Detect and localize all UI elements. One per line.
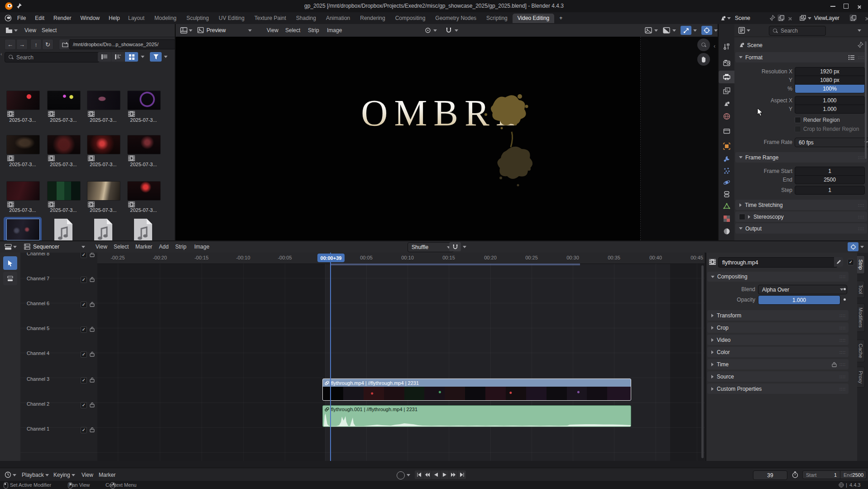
overlap-mode-dropdown[interactable]: Shuffle: [408, 242, 454, 252]
viewlayer-remove-icon[interactable]: [865, 17, 868, 21]
stereoscopy-panel-header[interactable]: Stereoscopy ::::: [735, 211, 867, 222]
transform-grip-icon[interactable]: ::::: [839, 313, 846, 318]
strip-mute-checkbox[interactable]: ✓: [848, 259, 854, 265]
color-panel-header[interactable]: Color::::: [707, 347, 849, 357]
pivot-point-icon[interactable]: [425, 27, 431, 34]
audio-strip[interactable]: flythrough.001 | //flythrough.mp4 | 2231: [322, 405, 631, 427]
keying-menu[interactable]: Keying: [53, 472, 70, 478]
viewlayer-selector[interactable]: ViewLayer: [814, 15, 839, 21]
preview-editor-type-icon[interactable]: [180, 27, 187, 34]
output-grip-icon[interactable]: ::::: [858, 226, 864, 231]
opacity-animate-dot[interactable]: [844, 298, 846, 301]
properties-editor-type-chevron-icon[interactable]: [747, 29, 750, 32]
playhead-line[interactable]: [330, 253, 331, 461]
timeline-ruler[interactable]: -00:25 -00:20 -00:15 -00:10 -00:05 00:05…: [97, 253, 705, 264]
sequencer-snap-toggle[interactable]: [449, 242, 461, 251]
blend-animate-dot[interactable]: [844, 288, 846, 290]
custom-properties-panel-header[interactable]: Custom Properties::::: [707, 384, 849, 394]
physics-properties-tab-icon[interactable]: [723, 179, 730, 186]
frame-step-field[interactable]: 1: [795, 186, 865, 195]
preview-shading-icon[interactable]: [644, 26, 652, 34]
sequencer-menu-image[interactable]: Image: [194, 244, 209, 250]
file-thumbnail[interactable]: [127, 91, 161, 110]
sequencer-menu-view[interactable]: View: [96, 244, 107, 250]
frame-rate-dropdown[interactable]: 60 fps: [795, 138, 868, 147]
display-vertical-list-button[interactable]: [98, 52, 111, 62]
viewlayer-properties-tab-icon[interactable]: [723, 87, 730, 95]
menu-help[interactable]: Help: [105, 15, 124, 21]
breadcrumb[interactable]: Scene: [747, 42, 762, 48]
sequencer-snap-chevron-icon[interactable]: [463, 246, 466, 248]
preview-channels-chevron-icon[interactable]: [672, 29, 676, 32]
audio-file-icon[interactable]: [92, 218, 114, 240]
stereoscopy-checkbox[interactable]: [739, 214, 745, 220]
compositing-panel-header[interactable]: Compositing ::::: [707, 272, 849, 282]
preview-editor-type-chevron-icon[interactable]: [189, 29, 192, 32]
audio-file-icon[interactable]: [132, 218, 154, 240]
menu-edit[interactable]: Edit: [31, 15, 48, 21]
scene-selector[interactable]: Scene: [735, 15, 750, 21]
sidebar-tab-modifiers[interactable]: Modifiers: [857, 303, 865, 332]
tab-compositing[interactable]: Compositing: [390, 14, 431, 23]
sequencer-menu-select[interactable]: Select: [114, 244, 129, 250]
properties-scrollbar[interactable]: [865, 41, 867, 159]
sequencer-overlays-chevron-icon[interactable]: [860, 246, 864, 248]
channel-1-visibility-checkbox[interactable]: ✓: [81, 427, 87, 433]
video-strip[interactable]: flythrough.mp4 | //flythrough.mp4 | 2231: [322, 379, 631, 401]
menu-file[interactable]: File: [14, 15, 29, 21]
preview-mode-chevron-icon[interactable]: [248, 29, 252, 32]
custom-properties-grip-icon[interactable]: ::::: [839, 387, 846, 391]
material-properties-tab-icon[interactable]: [723, 228, 730, 235]
auto-key-chevron-icon[interactable]: [407, 474, 410, 476]
channel-7-lock-icon[interactable]: [90, 277, 95, 282]
file-name[interactable]: 2025-07-3...: [82, 117, 124, 123]
crop-panel-header[interactable]: Crop::::: [707, 322, 849, 333]
timeline-editor-type-icon[interactable]: [5, 471, 11, 478]
tool-properties-tab-icon[interactable]: [723, 43, 730, 50]
file-search-field[interactable]: Search: [5, 52, 100, 62]
snap-magnet-icon[interactable]: [446, 27, 452, 34]
tab-animation[interactable]: Animation: [321, 14, 355, 23]
tab-uv-editing[interactable]: UV Editing: [214, 14, 249, 23]
time-panel-header[interactable]: Time ::::: [707, 359, 849, 369]
scene-selector-chevron-icon[interactable]: [727, 17, 731, 19]
texture-properties-tab-icon[interactable]: [723, 215, 730, 222]
timeline-editor-type-chevron-icon[interactable]: [13, 474, 16, 476]
sidebar-tab-proxy[interactable]: Proxy: [857, 367, 865, 388]
file-thumbnail-flythrough[interactable]: [6, 219, 40, 240]
scene-pin-icon[interactable]: [770, 15, 775, 21]
close-button[interactable]: [857, 4, 861, 10]
preview-shading-chevron-icon[interactable]: [654, 29, 658, 32]
sequencer-editor-type-chevron-icon[interactable]: [13, 246, 17, 248]
preview-menu-image[interactable]: Image: [327, 27, 342, 34]
file-thumbnail[interactable]: [6, 91, 40, 110]
zoom-overlay-button[interactable]: [697, 38, 710, 51]
region-collapse-icon[interactable]: ‹: [0, 51, 2, 57]
nav-back-button[interactable]: ←: [5, 39, 16, 50]
time-grip-icon[interactable]: ::::: [839, 362, 846, 367]
stereoscopy-grip-icon[interactable]: ::::: [858, 215, 864, 219]
prev-keyframe-button[interactable]: [423, 470, 432, 479]
filter-chevron-icon[interactable]: [164, 56, 168, 58]
jump-to-end-button[interactable]: [458, 470, 466, 479]
playhead-badge[interactable]: 00:00+39: [317, 254, 345, 262]
filebrowser-menu-view[interactable]: View: [24, 27, 36, 34]
end-frame-field[interactable]: End 2500: [840, 470, 867, 479]
sidebar-tab-strip[interactable]: Strip: [857, 255, 865, 274]
keying-chevron-icon[interactable]: [72, 474, 75, 476]
frame-range-grip-icon[interactable]: ::::: [858, 155, 864, 160]
file-thumbnail[interactable]: [87, 181, 120, 201]
viewlayer-icon[interactable]: [800, 15, 806, 21]
minimize-button[interactable]: [830, 6, 835, 7]
view-menu[interactable]: View: [82, 472, 93, 478]
blade-tool-button[interactable]: [3, 272, 17, 285]
tab-video-editing[interactable]: Video Editing: [513, 14, 555, 23]
playback-menu[interactable]: Playback: [22, 472, 44, 478]
channel-2-visibility-checkbox[interactable]: ✓: [81, 402, 87, 408]
data-properties-tab-icon[interactable]: [723, 202, 730, 210]
compositing-grip-icon[interactable]: ::::: [839, 274, 846, 279]
display-thumbnails-button[interactable]: [125, 52, 138, 62]
preview-region-collapse-icon[interactable]: ‹: [714, 43, 715, 49]
jump-to-start-button[interactable]: [415, 470, 423, 479]
preview-gizmos-chevron-icon[interactable]: [693, 29, 697, 32]
